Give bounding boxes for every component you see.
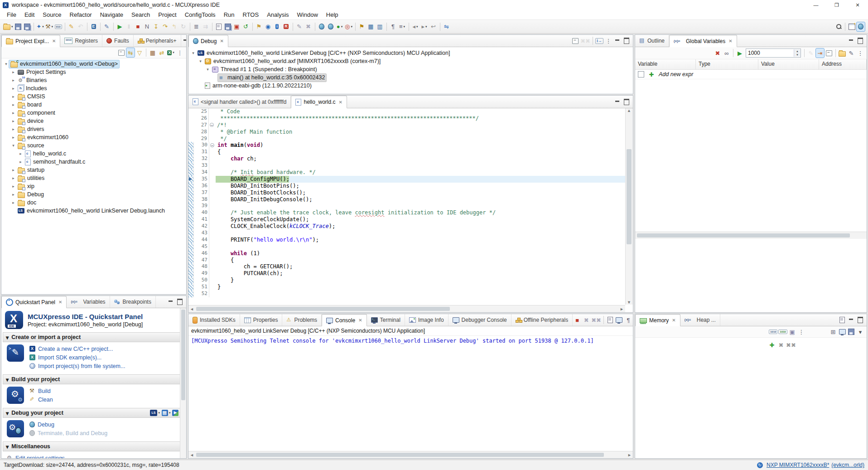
code-text[interactable]: /* Just enable the trace clock, leave co… (216, 209, 625, 216)
expander-icon[interactable]: ▾ (3, 62, 9, 66)
tree-item-main-at-hello-world-c-35-0x6[interactable]: main() at hello_world.c:35 0x60002432 (188, 73, 633, 82)
fold-margin[interactable] (208, 129, 215, 136)
step-over-icon[interactable]: ↷ (161, 22, 169, 31)
code-line-46[interactable]: 46 while (1) (188, 250, 625, 257)
tab-outline[interactable]: Outline (635, 35, 669, 47)
expander-icon[interactable]: ▸ (10, 127, 16, 131)
show-type-names-icon[interactable]: ⇥ (816, 48, 824, 58)
close-tab-icon[interactable]: ✕ (52, 39, 56, 44)
variables-horizontal-scrollbar[interactable] (635, 232, 867, 239)
menu-search[interactable]: Search (127, 10, 154, 19)
monitors-menu-icon[interactable]: ⋮ (797, 327, 805, 336)
terminate-console-icon[interactable]: ■ (573, 315, 581, 325)
tab-variables[interactable]: Variables (67, 296, 110, 308)
code-text[interactable] (216, 291, 625, 297)
skip-breakpoints-icon[interactable]: N (143, 22, 151, 31)
menu-rtos[interactable]: RTOS (238, 10, 263, 19)
link-build[interactable]: Build (29, 387, 53, 395)
fold-margin[interactable] (209, 155, 216, 162)
breakpoint-margin[interactable] (188, 243, 194, 250)
code-line-41[interactable]: 41 SystemCoreClockUpdate(); (188, 216, 625, 223)
show-full-paths-icon[interactable]: i→ (595, 36, 603, 45)
console-horizontal-scrollbar[interactable]: ◄► (188, 451, 633, 458)
maximize-window-button[interactable]: ❐ (826, 0, 847, 10)
remove-expression-icon[interactable]: ✖ (714, 48, 722, 58)
section-collapse-icon[interactable]: ▾ (6, 443, 9, 450)
fold-margin[interactable] (209, 291, 216, 297)
line-number[interactable]: 31 (194, 149, 209, 155)
new-wizard-icon[interactable]: ▾ (3, 22, 13, 31)
minimize-view-icon[interactable] (182, 36, 187, 45)
close-tab-icon[interactable]: ✕ (672, 318, 675, 323)
line-number[interactable]: 44 (194, 237, 209, 243)
expander-icon[interactable]: ▸ (10, 86, 16, 91)
scroll-left-arrow[interactable]: ◄ (188, 453, 195, 457)
collapse-all-icon[interactable] (825, 48, 833, 58)
tab-breakpoints[interactable]: Breakpoints (110, 296, 156, 308)
tab-project-expl[interactable]: Project Expl...✕ (1, 35, 60, 47)
fold-margin[interactable] (209, 203, 216, 209)
breakpoint-margin[interactable] (188, 237, 194, 243)
code-text[interactable] (216, 230, 625, 237)
attach-select-icon[interactable]: ▾ (162, 408, 171, 417)
expander-icon[interactable]: ▸ (10, 135, 16, 140)
close-tab-icon[interactable]: ✕ (58, 300, 62, 305)
minimize-window-button[interactable]: — (805, 0, 826, 10)
last-edit-icon[interactable]: ↩ (429, 22, 438, 31)
link-editor-icon[interactable]: ⇋ (443, 22, 451, 31)
rtos-red-icon[interactable]: R (282, 22, 290, 31)
code-text[interactable]: BOARD_InitBootPins(); (216, 183, 625, 189)
column-header-type[interactable]: Type (696, 59, 758, 69)
collapse-all-icon[interactable] (117, 48, 125, 57)
tree-item-evkcmimxrt1060-hello-world-lin[interactable]: ▾evkcmimxrt1060_hello_world LinkServer D… (188, 49, 633, 57)
scroll-lock-icon[interactable] (615, 315, 623, 325)
breakpoint-margin[interactable] (188, 216, 194, 223)
save-all-icon[interactable] (23, 22, 31, 31)
code-line-34[interactable]: 34 /* Init board hardware. */ (188, 169, 625, 176)
pilcrow-icon[interactable]: ¶ (389, 22, 397, 31)
fold-margin[interactable] (209, 176, 216, 183)
package-grid-icon[interactable]: ▦ (149, 48, 157, 57)
tree-item-thread-1-1-suspended-break[interactable]: ▾Thread #1 1 (Suspended : Breakpoint) (188, 65, 633, 73)
tab-memory[interactable]: Memory✕ (635, 314, 680, 326)
line-number[interactable]: 28 (193, 129, 208, 136)
tab-faults[interactable]: Faults (102, 35, 134, 47)
code-text[interactable]: SystemCoreClockUpdate(); (216, 216, 625, 223)
view-menu-icon[interactable]: ⋮ (176, 48, 184, 57)
tab-signal-handler-called-at-0xfffffffd[interactable]: <signal handler called>() at 0xfffffffd (188, 96, 291, 108)
line-number[interactable]: 43 (194, 230, 209, 237)
code-text[interactable]: */ (215, 136, 625, 142)
tab-offline-peripherals[interactable]: Offline Peripherals (511, 314, 573, 326)
fold-margin[interactable] (208, 136, 215, 142)
word-wrap-icon[interactable]: ¶ (624, 315, 632, 325)
expander-icon[interactable]: ▸ (10, 70, 16, 74)
tab-terminal[interactable]: Terminal (367, 314, 405, 326)
tab-debugger-console[interactable]: Debugger Console (448, 314, 511, 326)
expander-icon[interactable]: ▸ (10, 102, 16, 107)
menu-edit[interactable]: Edit (20, 10, 39, 19)
add-memory-monitor-icon[interactable]: ✚ (768, 340, 776, 349)
tab-hello-world-c[interactable]: hello_world.c✕ (291, 96, 347, 108)
line-number[interactable]: 39 (194, 203, 209, 209)
open-type-icon[interactable]: ⚑ (255, 22, 263, 31)
maximize-view-icon[interactable] (856, 36, 864, 45)
scrollbar-thumb[interactable] (196, 307, 450, 311)
link-debug[interactable]: Debug (29, 420, 107, 429)
spinner-down-button[interactable]: ▼ (794, 53, 800, 57)
section-collapse-icon[interactable]: ▾ (6, 376, 9, 383)
fold-margin[interactable] (209, 196, 216, 203)
link-edit-project-settings[interactable]: Edit project settings (7, 454, 65, 459)
clear-console-icon[interactable] (606, 315, 614, 325)
expander-icon[interactable]: ▸ (10, 176, 16, 180)
expander-icon[interactable]: ▸ (10, 94, 16, 99)
section-collapse-icon[interactable]: ▾ (6, 410, 9, 417)
fold-margin[interactable] (209, 257, 216, 264)
line-number[interactable]: 26 (193, 115, 208, 122)
close-tab-icon[interactable]: ✕ (358, 318, 362, 323)
x-filter-icon[interactable]: X▾ (167, 48, 175, 57)
registers-grid-icon[interactable]: ▥ (376, 22, 384, 31)
code-text[interactable]: { (216, 149, 625, 155)
code-line-39[interactable]: 39 (188, 203, 625, 209)
code-line-50[interactable]: 50 } (188, 277, 625, 284)
fold-margin[interactable] (209, 169, 216, 176)
